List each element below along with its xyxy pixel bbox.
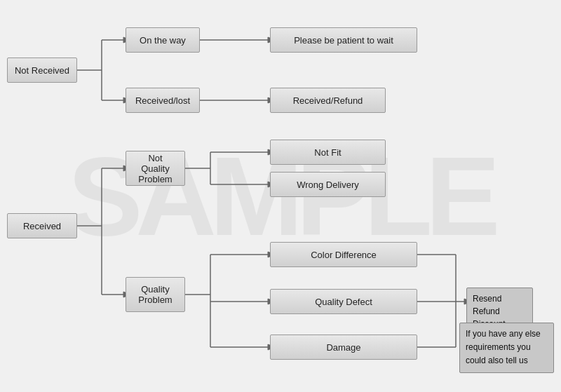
not-fit-box: Not Fit [270,140,386,165]
diagram: Not Received On the way Received/lost Pl… [0,0,561,392]
not-received-box: Not Received [7,58,77,83]
not-quality-problem-box: Not Quality Problem [126,151,185,186]
received-lost-box: Received/lost [126,88,200,113]
on-the-way-box: On the way [126,27,200,53]
wrong-delivery-box: Wrong Delivery [270,172,386,197]
color-difference-box: Color Difference [270,242,417,267]
received-box: Received [7,213,77,238]
please-be-patient-box: Please be patient to wait [270,27,417,53]
damage-box: Damage [270,334,417,360]
quality-problem-box: Quality Problem [126,277,185,312]
quality-defect-box: Quality Defect [270,289,417,314]
received-refund-box: Received/Refund [270,88,386,113]
if-you-have-any-callout: If you have any else requirements you co… [459,323,554,373]
